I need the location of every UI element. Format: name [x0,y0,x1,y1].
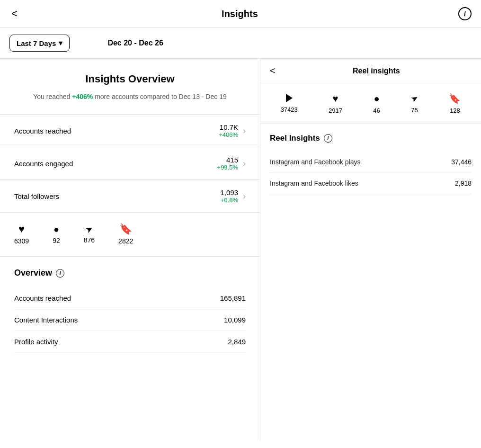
saves-count: 2822 [118,237,133,245]
reel-send-icon: ➤ [409,92,420,105]
chevron-right-icon: › [243,159,246,169]
reel-comments-count: 46 [373,107,380,114]
reel-bookmark-icon: 🔖 [449,93,461,104]
reel-plays-detail-row: Instagram and Facebook plays 37,446 [270,152,472,173]
total-followers-label: Total followers [14,192,59,200]
accounts-reached-change: +406% [219,131,238,138]
reel-insights-detail: Reel Insights i Instagram and Facebook p… [260,124,481,204]
date-range-label: Dec 20 - Dec 26 [107,39,163,47]
accounts-reached-number: 10.7K [219,123,238,131]
accounts-reached-row[interactable]: Accounts reached 10.7K +406% › [0,115,260,147]
overview-info-icon[interactable]: i [56,269,64,278]
reel-heart-icon: ♥ [333,93,338,104]
total-followers-value: 1,093 +0.8% [220,188,238,204]
chevron-right-icon: › [243,191,246,201]
back-button[interactable]: < [8,6,21,22]
chevron-right-icon: › [243,126,246,136]
date-filter-row: Last 7 Days ▾ Dec 20 - Dec 26 [0,28,481,59]
total-followers-value-wrap: 1,093 +0.8% › [220,188,246,204]
shares-count: 876 [84,236,95,244]
overview-content-interactions-row: Content Interactions 10,099 [14,309,246,331]
overview-accounts-reached-value: 165,891 [220,294,246,302]
reel-likes-label: Instagram and Facebook likes [270,179,358,187]
reel-insights-detail-title: Reel Insights i [270,134,472,143]
overview-profile-activity-label: Profile activity [14,338,58,346]
reel-stats-row: 37423 ♥ 2917 ● 46 ➤ 75 🔖 128 [260,83,481,124]
reel-saves-stat: 🔖 128 [449,93,461,114]
date-filter-label: Last 7 Days [17,39,56,47]
total-followers-row[interactable]: Total followers 1,093 +0.8% › [0,180,260,213]
reel-shares-stat: ➤ 75 [411,93,418,114]
overview-profile-activity-row: Profile activity 2,849 [14,331,246,353]
info-icon[interactable]: i [458,7,472,20]
likes-stat: ♥ 6309 [14,224,29,245]
right-panel: < Reel insights 37423 ♥ 2917 ● 46 ➤ 75 🔖 [260,59,481,440]
interaction-icons-row: ♥ 6309 ● 92 ➤ 876 🔖 2822 [0,213,260,257]
reel-plays-label: Instagram and Facebook plays [270,158,360,166]
reel-likes-stat: ♥ 2917 [329,93,342,114]
reel-comments-stat: ● 46 [373,93,380,114]
comments-count: 92 [53,237,60,244]
accounts-engaged-value-wrap: 415 +99.5% › [217,156,246,171]
heart-icon: ♥ [18,224,25,234]
reel-shares-count: 75 [411,107,418,114]
accounts-engaged-row[interactable]: Accounts engaged 415 +99.5% › [0,147,260,180]
overview-accounts-reached-label: Accounts reached [14,294,71,302]
subtitle-prefix: You reached [33,93,72,100]
reel-insights-title: Reel insights [281,67,472,75]
accounts-engaged-change: +99.5% [217,164,238,171]
reel-saves-count: 128 [450,107,460,114]
overview-content-interactions-value: 10,099 [224,316,246,324]
send-icon: ➤ [84,224,94,234]
overview-content-interactions-label: Content Interactions [14,316,78,324]
reel-info-icon[interactable]: i [324,134,332,143]
overview-section: Overview i Accounts reached 165,891 Cont… [0,257,260,364]
main-layout: Insights Overview You reached +406% more… [0,59,481,440]
insights-overview-title: Insights Overview [14,73,246,85]
overview-subtitle: You reached +406% more accounts compared… [14,92,246,102]
reel-likes-count: 2917 [329,107,342,114]
reel-likes-detail-row: Instagram and Facebook likes 2,918 [270,173,472,194]
header: < Insights i [0,0,481,28]
overview-title: Overview i [14,268,246,278]
accounts-engaged-number: 415 [217,156,238,164]
comment-icon: ● [53,224,59,234]
reel-insights-header: < Reel insights [260,59,481,83]
accounts-engaged-value: 415 +99.5% [217,156,238,171]
subtitle-suffix: more accounts compared to Dec 13 - Dec 1… [93,93,226,100]
insights-overview-section: Insights Overview You reached +406% more… [0,59,260,115]
bookmark-icon: 🔖 [119,224,132,234]
subtitle-green: +406% [72,93,93,100]
reel-comment-icon: ● [374,93,379,104]
total-followers-change: +0.8% [220,197,238,204]
overview-profile-activity-value: 2,849 [228,338,246,346]
reel-likes-value: 2,918 [455,179,472,187]
likes-count: 6309 [14,237,29,245]
date-filter-button[interactable]: Last 7 Days ▾ [9,35,70,52]
reel-back-button[interactable]: < [270,65,276,76]
reel-plays-count: 37423 [281,106,298,113]
chevron-down-icon: ▾ [59,39,62,47]
saves-stat: 🔖 2822 [118,224,133,245]
left-panel: Insights Overview You reached +406% more… [0,59,260,440]
reel-plays-value: 37,446 [451,158,472,166]
accounts-engaged-label: Accounts engaged [14,160,73,168]
accounts-reached-value: 10.7K +406% [219,123,238,138]
total-followers-number: 1,093 [220,188,238,197]
reel-plays-stat: 37423 [281,94,298,113]
accounts-reached-value-wrap: 10.7K +406% › [219,123,246,138]
overview-accounts-reached-row: Accounts reached 165,891 [14,287,246,309]
reel-play-icon [286,94,293,102]
shares-stat: ➤ 876 [84,225,95,244]
page-title: Insights [21,9,458,19]
accounts-reached-label: Accounts reached [14,127,71,135]
comments-stat: ● 92 [53,224,60,244]
